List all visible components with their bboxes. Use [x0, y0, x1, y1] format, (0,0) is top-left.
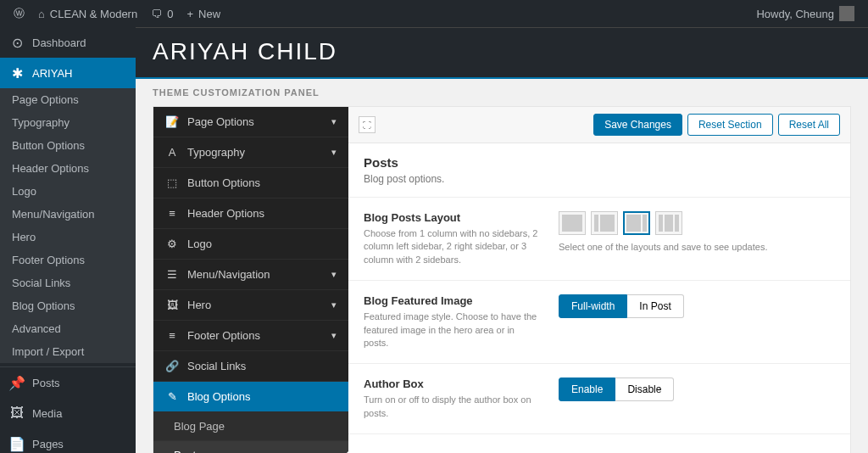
- admin-toolbar: ⓦ ⌂CLEAN & Modern 🗨0 +New Howdy, Cheung: [0, 0, 868, 27]
- layout-1col[interactable]: [559, 211, 586, 235]
- layout-right-sidebar[interactable]: [623, 211, 650, 235]
- menu-pages[interactable]: 📄Pages: [0, 428, 136, 453]
- wp-submenu-item[interactable]: Footer Options: [0, 249, 136, 271]
- opt-icon: ≡: [165, 207, 179, 220]
- save-button[interactable]: Save Changes: [593, 114, 682, 136]
- section-title: Posts: [364, 155, 835, 170]
- new-link[interactable]: +New: [180, 0, 227, 27]
- opt-item[interactable]: ☰Menu/Navigation▾: [153, 260, 348, 290]
- wp-submenu-item[interactable]: Typography: [0, 111, 136, 134]
- wp-submenu-item[interactable]: Header Options: [0, 157, 136, 180]
- layout-hint: Select one of the layouts and save to se…: [559, 242, 835, 252]
- wp-submenu-item[interactable]: Hero: [0, 226, 136, 249]
- wp-submenu-item[interactable]: Page Options: [0, 88, 136, 111]
- opt-item[interactable]: 🖼Hero▾: [153, 290, 348, 321]
- opt-icon: A: [165, 146, 179, 159]
- opt-blog-options[interactable]: ✎Blog Options: [153, 382, 348, 412]
- dashboard-icon: ⊙: [8, 34, 25, 51]
- expand-button[interactable]: ⛶: [359, 116, 376, 133]
- reset-all-button[interactable]: Reset All: [778, 114, 840, 136]
- featured-field-title: Blog Featured Image: [364, 294, 542, 307]
- author-toggle: Enable Disable: [559, 378, 835, 401]
- section-desc: Blog post options.: [364, 173, 835, 185]
- opt-sub-blog-page[interactable]: Blog Page: [153, 412, 348, 441]
- wp-logo[interactable]: ⓦ: [7, 0, 31, 27]
- wp-submenu-item[interactable]: Import / Export: [0, 340, 136, 363]
- avatar: [839, 6, 854, 21]
- layout-field-desc: Choose from 1 column with no sidebars, 2…: [364, 227, 542, 266]
- comment-count: 0: [167, 8, 173, 20]
- wp-submenu-item[interactable]: Logo: [0, 180, 136, 203]
- opt-icon: 🖼: [165, 299, 179, 311]
- chevron-down-icon: ▾: [331, 299, 337, 310]
- chevron-down-icon: ▾: [331, 147, 337, 158]
- opt-icon: ☰: [165, 268, 179, 281]
- comments-link[interactable]: 🗨0: [144, 0, 180, 27]
- wp-submenu-item[interactable]: Button Options: [0, 134, 136, 157]
- opt-sub-posts[interactable]: Posts: [153, 441, 348, 453]
- howdy-text: Howdy, Cheung: [756, 8, 834, 20]
- wp-admin-sidebar: ⊙Dashboard ✱ARIYAH Page OptionsTypograph…: [0, 27, 136, 453]
- theme-icon: ✱: [8, 64, 25, 81]
- opt-item[interactable]: 📝Page Options▾: [153, 107, 348, 137]
- pencil-icon: ✎: [165, 390, 179, 403]
- plus-icon: +: [186, 8, 193, 20]
- opt-item[interactable]: ⚙Logo: [153, 229, 348, 260]
- comment-icon: 🗨: [151, 8, 162, 20]
- site-link[interactable]: ⌂CLEAN & Modern: [31, 0, 144, 27]
- featured-toggle: Full-width In Post: [559, 294, 835, 318]
- theme-title: ARIYAH CHILD: [153, 38, 851, 65]
- account-link[interactable]: Howdy, Cheung: [749, 0, 861, 27]
- menu-dashboard[interactable]: ⊙Dashboard: [0, 27, 136, 58]
- options-sidebar: 📝Page Options▾ATypography▾⬚Button Option…: [153, 107, 348, 453]
- opt-item[interactable]: 🔗Social Links: [153, 351, 348, 382]
- author-field-desc: Turn on or off to disply the author box …: [364, 394, 542, 420]
- home-icon: ⌂: [38, 8, 45, 20]
- opt-icon: ⚙: [165, 238, 179, 250]
- opt-icon: 📝: [165, 115, 179, 128]
- opt-item[interactable]: ATypography▾: [153, 137, 348, 168]
- menu-ariyah[interactable]: ✱ARIYAH: [0, 58, 136, 88]
- wp-submenu-item[interactable]: Blog Options: [0, 294, 136, 317]
- menu-media[interactable]: 🖾Media: [0, 398, 136, 428]
- author-disable-button[interactable]: Disable: [615, 378, 674, 401]
- layout-3col[interactable]: [655, 211, 682, 235]
- layout-left-sidebar[interactable]: [591, 211, 618, 235]
- opt-item[interactable]: ≡Footer Options▾: [153, 321, 348, 351]
- author-enable-button[interactable]: Enable: [559, 378, 615, 401]
- site-name: CLEAN & Modern: [50, 8, 137, 20]
- author-field-title: Author Box: [364, 378, 542, 390]
- opt-icon: ≡: [165, 329, 179, 342]
- opt-icon: ⬚: [165, 176, 179, 189]
- chevron-down-icon: ▾: [331, 330, 337, 341]
- layout-field-title: Blog Posts Layout: [364, 211, 542, 224]
- chevron-down-icon: ▾: [331, 116, 337, 127]
- opt-item[interactable]: ⬚Button Options: [153, 168, 348, 199]
- new-label: New: [198, 8, 220, 20]
- layout-picker: [559, 211, 835, 235]
- wordpress-icon: ⓦ: [14, 6, 25, 21]
- theme-header: ARIYAH CHILD: [136, 27, 868, 77]
- wp-submenu-item[interactable]: Menu/Navigation: [0, 203, 136, 226]
- featured-field-desc: Featured image style. Choose to have the…: [364, 310, 542, 350]
- chevron-down-icon: ▾: [331, 269, 337, 280]
- menu-posts[interactable]: 📌Posts: [0, 367, 136, 398]
- reset-section-button[interactable]: Reset Section: [687, 114, 773, 136]
- wp-submenu-item[interactable]: Advanced: [0, 317, 136, 340]
- options-toolbar: ⛶ Save Changes Reset Section Reset All: [348, 107, 850, 143]
- media-icon: 🖾: [8, 405, 25, 422]
- featured-inpost-button[interactable]: In Post: [627, 294, 683, 318]
- featured-fullwidth-button[interactable]: Full-width: [559, 294, 627, 318]
- wp-submenu-item[interactable]: Social Links: [0, 271, 136, 294]
- opt-item[interactable]: ≡Header Options: [153, 199, 348, 229]
- opt-icon: 🔗: [165, 360, 179, 372]
- panel-label: THEME CUSTOMIZATION PANEL: [136, 79, 868, 106]
- pin-icon: 📌: [8, 374, 25, 391]
- page-icon: 📄: [8, 435, 25, 452]
